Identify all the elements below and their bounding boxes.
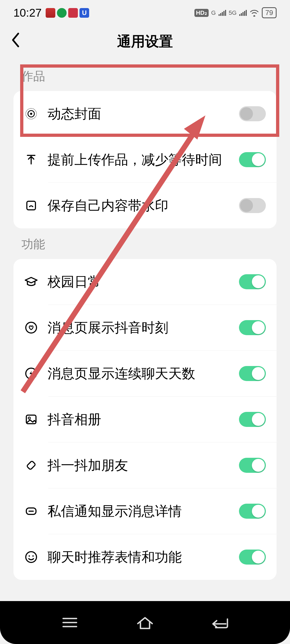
- app-icon-2: [57, 8, 67, 18]
- toggle-moments[interactable]: [239, 320, 266, 335]
- card-works: 动态封面 提前上传作品，减少等待时间 保存自己内容带水印: [13, 91, 277, 228]
- row-label: 消息页显示连续聊天天数: [48, 364, 230, 383]
- toggle-chatstreak[interactable]: [239, 366, 266, 381]
- row-moments[interactable]: 消息页展示抖音时刻: [13, 305, 277, 350]
- smile-icon: [24, 551, 38, 564]
- svg-point-12: [29, 555, 30, 557]
- row-label: 消息页展示抖音时刻: [48, 318, 230, 337]
- back-system-button[interactable]: [209, 612, 231, 633]
- image-icon: [24, 413, 38, 426]
- signal-bars-1: [219, 10, 226, 16]
- toggle-campus[interactable]: [239, 274, 266, 289]
- row-label: 抖音相册: [48, 410, 230, 429]
- svg-point-2: [30, 113, 32, 115]
- toggle-suggest-sticker[interactable]: [239, 550, 266, 565]
- toggle-shake[interactable]: [239, 458, 266, 473]
- row-label: 私信通知显示消息详情: [48, 502, 230, 521]
- status-app-icons: U: [46, 8, 89, 18]
- wifi-icon: [249, 9, 259, 17]
- back-button[interactable]: [11, 32, 20, 52]
- svg-point-11: [26, 552, 37, 562]
- cap-icon: [24, 275, 38, 289]
- row-label: 聊天时推荐表情和功能: [48, 548, 230, 566]
- bolt-circle-icon: [24, 367, 38, 380]
- row-label: 抖一抖加朋友: [48, 456, 230, 475]
- toggle-dynamic-cover[interactable]: [239, 106, 266, 121]
- app-icon-4: U: [79, 8, 89, 18]
- status-time: 10:27: [13, 6, 42, 19]
- home-button[interactable]: [134, 612, 156, 633]
- network-5g: 5G: [229, 9, 237, 16]
- app-icon-1: [46, 8, 55, 18]
- recent-apps-button[interactable]: [59, 612, 81, 633]
- page-title: 通用设置: [11, 32, 279, 51]
- toggle-watermark[interactable]: [239, 198, 266, 213]
- upload-icon: [24, 153, 38, 166]
- row-label: 保存自己内容带水印: [48, 196, 230, 215]
- row-album[interactable]: 抖音相册: [13, 397, 277, 442]
- row-dmdetail[interactable]: 私信通知显示消息详情: [13, 488, 277, 534]
- row-preupload[interactable]: 提前上传作品，减少等待时间: [13, 137, 277, 182]
- section-label-functions: 功能: [0, 228, 290, 259]
- nav-header: 通用设置: [0, 23, 290, 60]
- toggle-preupload[interactable]: [239, 152, 266, 167]
- svg-point-13: [32, 555, 34, 557]
- shake-icon: [24, 459, 38, 472]
- heart-circle-icon: [24, 321, 38, 334]
- row-watermark[interactable]: 保存自己内容带水印: [13, 183, 277, 228]
- app-icon-3: [68, 8, 78, 18]
- row-campus[interactable]: 校园日常: [13, 259, 277, 305]
- row-label: 提前上传作品，减少等待时间: [48, 150, 230, 169]
- hd-badge: HD₂: [194, 9, 209, 17]
- save-icon: [24, 199, 38, 212]
- row-shake[interactable]: 抖一抖加朋友: [13, 442, 277, 488]
- message-icon: [24, 505, 38, 518]
- status-bar: 10:27 U HD₂ G 5G: [0, 0, 290, 23]
- system-nav-bar: [0, 601, 290, 644]
- row-chatstreak[interactable]: 消息页显示连续聊天天数: [13, 351, 277, 396]
- row-suggest-sticker[interactable]: 聊天时推荐表情和功能: [13, 534, 277, 580]
- svg-rect-8: [27, 461, 36, 470]
- svg-point-7: [28, 417, 30, 419]
- section-label-works: 作品: [0, 60, 290, 91]
- network-g: G: [211, 9, 216, 16]
- row-label: 校园日常: [48, 272, 230, 291]
- battery-indicator: 79: [262, 7, 277, 18]
- toggle-dmdetail[interactable]: [239, 504, 266, 519]
- card-functions: 校园日常 消息页展示抖音时刻 消息页显示连续聊天天数 抖音相册: [13, 259, 277, 580]
- svg-point-4: [26, 322, 37, 333]
- row-dynamic-cover[interactable]: 动态封面: [13, 91, 277, 137]
- signal-bars-2: [239, 10, 247, 16]
- row-label: 动态封面: [48, 104, 230, 123]
- toggle-album[interactable]: [239, 412, 266, 427]
- target-icon: [24, 107, 38, 120]
